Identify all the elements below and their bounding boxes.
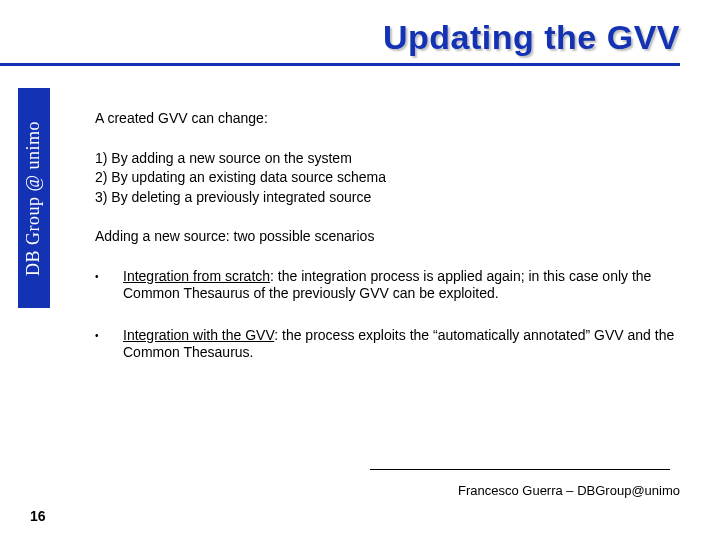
slide-body: A created GVV can change: 1) By adding a… — [95, 110, 685, 386]
subheading: Adding a new source: two possible scenar… — [95, 228, 685, 246]
bullet-item: • Integration from scratch: the integrat… — [95, 268, 685, 303]
list-item: 3) By deleting a previously integrated s… — [95, 189, 685, 207]
page-number: 16 — [30, 508, 46, 524]
sidebar-brand: DB Group @ unimo — [18, 88, 50, 308]
bullet-list: • Integration from scratch: the integrat… — [95, 268, 685, 362]
bullet-marker: • — [95, 268, 123, 303]
intro-text: A created GVV can change: — [95, 110, 685, 128]
bullet-head: Integration with the GVV — [123, 327, 274, 343]
bullet-marker: • — [95, 327, 123, 362]
bullet-text: Integration from scratch: the integratio… — [123, 268, 685, 303]
bullet-text: Integration with the GVV: the process ex… — [123, 327, 685, 362]
title-underline — [0, 63, 680, 66]
bullet-item: • Integration with the GVV: the process … — [95, 327, 685, 362]
footer-divider — [370, 469, 670, 470]
list-item: 1) By adding a new source on the system — [95, 150, 685, 168]
numbered-list: 1) By adding a new source on the system … — [95, 150, 685, 207]
list-item: 2) By updating an existing data source s… — [95, 169, 685, 187]
slide-title: Updating the GVV — [0, 18, 680, 57]
sidebar-brand-text: DB Group @ unimo — [24, 120, 45, 275]
footer-attribution: Francesco Guerra – DBGroup@unimo — [458, 483, 680, 498]
bullet-head: Integration from scratch — [123, 268, 270, 284]
